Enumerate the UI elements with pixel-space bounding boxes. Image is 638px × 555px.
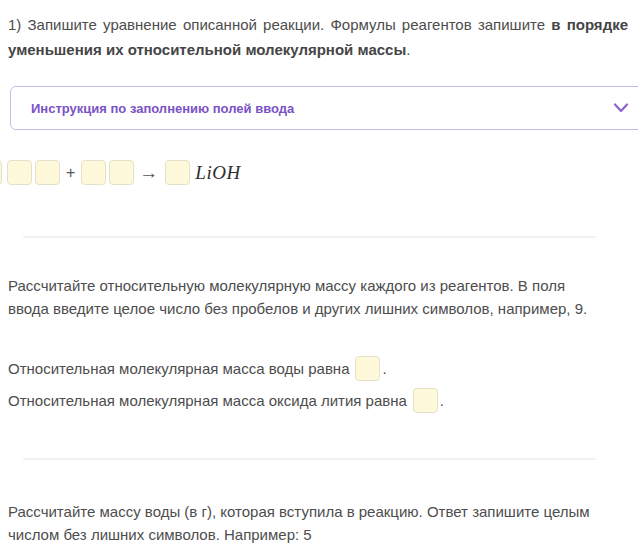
equation-input-reactant1-formula[interactable] — [35, 160, 60, 185]
section-divider — [23, 458, 596, 460]
molar-mass-lithium-oxide-input[interactable] — [413, 388, 438, 413]
water-mass-instruction: Рассчитайте массу воды (в г), которая вс… — [8, 500, 608, 546]
equation-section: + → LiOH — [0, 159, 638, 186]
molar-mass-water-period: . — [382, 360, 386, 377]
molar-mass-water-input[interactable] — [355, 356, 380, 381]
task-statement: 1) Запишите уравнение описанной реакции.… — [8, 12, 628, 62]
product-formula: LiOH — [195, 162, 240, 184]
task-statement-period: . — [406, 41, 410, 58]
equation-row: + → LiOH — [0, 159, 638, 186]
instruction-accordion[interactable]: Инструкция по заполнению полей ввода — [10, 86, 638, 130]
plus-sign: + — [66, 160, 75, 185]
molar-mass-lithium-oxide-label: Относительная молекулярная масса оксида … — [8, 392, 407, 409]
reaction-arrow: → — [139, 160, 158, 185]
instruction-accordion-label: Инструкция по заполнению полей ввода — [31, 101, 294, 116]
equation-input-reactant2-formula[interactable] — [109, 160, 134, 185]
task-statement-normal: 1) Запишите уравнение описанной реакции.… — [8, 16, 551, 33]
section-divider — [23, 236, 596, 238]
molar-mass-water-label: Относительная молекулярная масса воды ра… — [8, 360, 349, 377]
equation-input-clipped[interactable] — [0, 160, 2, 185]
exercise-page: 1) Запишите уравнение описанной реакции.… — [0, 0, 638, 546]
chevron-down-icon[interactable] — [613, 103, 629, 113]
molar-mass-row-lithium-oxide: Относительная молекулярная масса оксида … — [8, 388, 638, 413]
equation-input-reactant2-coefficient[interactable] — [81, 160, 106, 185]
molar-mass-row-water: Относительная молекулярная масса воды ра… — [8, 356, 638, 381]
equation-input-reactant1-coefficient[interactable] — [7, 160, 32, 185]
molar-mass-instruction: Рассчитайте относительную молекулярную м… — [8, 274, 593, 320]
equation-input-product-coefficient[interactable] — [165, 160, 190, 185]
molar-mass-lithium-oxide-period: . — [440, 392, 444, 409]
